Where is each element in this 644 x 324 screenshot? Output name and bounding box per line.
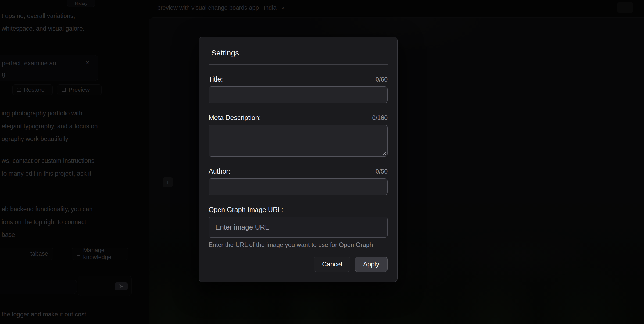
apply-button[interactable]: Apply [355,257,388,272]
modal-title: Settings [211,49,388,57]
og-image-url-helper: Enter the URL of the image you want to u… [209,241,388,249]
meta-description-label: Meta Description: [209,114,261,122]
title-counter: 0/60 [375,76,388,83]
app-window: History t ups no, overall variations, wh… [0,0,644,324]
meta-description-counter: 0/160 [372,114,388,122]
title-input[interactable] [209,86,388,103]
modal-divider [209,64,388,65]
og-image-url-input[interactable] [209,217,388,238]
meta-description-textarea[interactable] [209,125,388,157]
title-label: Title: [209,75,223,83]
settings-modal: Settings Title: 0/60 Meta Description: 0… [199,37,398,282]
modal-button-row: Cancel Apply [209,257,388,272]
og-image-url-label: Open Graph Image URL: [209,206,283,214]
author-counter: 0/50 [375,168,388,175]
cancel-button[interactable]: Cancel [314,257,350,272]
author-label: Author: [209,167,230,175]
author-input[interactable] [209,178,388,195]
